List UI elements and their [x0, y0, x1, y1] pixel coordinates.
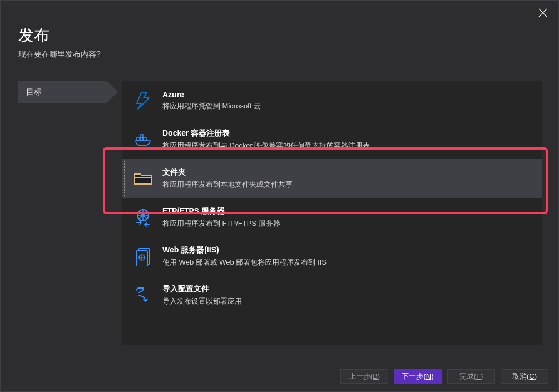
- azure-icon: [131, 91, 155, 110]
- option-folder[interactable]: 文件夹 将应用程序发布到本地文件夹或文件共享: [122, 159, 542, 198]
- option-desc: 将应用程序发布到与 Docker 映像兼容的任何受支持的容器注册表: [162, 141, 533, 151]
- option-desc: 将应用程序发布到本地文件夹或文件共享: [162, 180, 533, 190]
- cancel-button[interactable]: 取消(C): [501, 369, 548, 384]
- dialog-title: 发布: [18, 25, 50, 46]
- option-title: Docker 容器注册表: [162, 128, 533, 138]
- option-docker[interactable]: Docker 容器注册表 将应用程序发布到与 Docker 映像兼容的任何受支持…: [122, 120, 542, 159]
- option-iis[interactable]: Web 服务器(IIS) 使用 Web 部署或 Web 部署包将应用程序发布到 …: [122, 237, 542, 276]
- option-desc: 将应用程序发布到 FTP/FTPS 服务器: [162, 219, 533, 229]
- back-button: 上一步(B): [340, 369, 388, 384]
- option-desc: 使用 Web 部署或 Web 部署包将应用程序发布到 IIS: [162, 257, 533, 267]
- step-target[interactable]: 目标: [18, 81, 107, 103]
- options-panel: Azure 将应用程序托管到 Microsoft 云 Docker 容器注册表 …: [122, 81, 542, 345]
- next-button[interactable]: 下一步(N): [394, 369, 442, 384]
- option-ftp[interactable]: FTP/FTPS 服务器 将应用程序发布到 FTP/FTPS 服务器: [122, 198, 542, 237]
- wizard-steps: 目标: [18, 81, 107, 103]
- dialog-subtitle: 现在要在哪里发布内容?: [18, 49, 101, 59]
- option-desc: 将应用程序托管到 Microsoft 云: [162, 101, 533, 111]
- docker-icon: [131, 131, 155, 148]
- iis-icon: [131, 247, 155, 266]
- option-title: 导入配置文件: [162, 284, 533, 294]
- ftp-icon: [131, 208, 155, 227]
- option-title: 文件夹: [162, 167, 533, 177]
- finish-button: 完成(F): [447, 369, 495, 384]
- option-title: Web 服务器(IIS): [162, 245, 533, 255]
- svg-rect-5: [140, 135, 143, 137]
- close-icon[interactable]: [538, 8, 547, 17]
- publish-dialog: 发布 现在要在哪里发布内容? 目标 Azure 将应用程序托管到 Microso…: [0, 0, 559, 392]
- dialog-footer: 上一步(B) 下一步(N) 完成(F) 取消(C): [1, 361, 558, 391]
- option-azure[interactable]: Azure 将应用程序托管到 Microsoft 云: [122, 81, 542, 120]
- option-import-profile[interactable]: 导入配置文件 导入发布设置以部署应用: [122, 276, 542, 315]
- import-icon: [131, 286, 155, 305]
- option-title: Azure: [162, 90, 533, 99]
- option-title: FTP/FTPS 服务器: [162, 206, 533, 216]
- folder-icon: [131, 171, 155, 186]
- option-desc: 导入发布设置以部署应用: [162, 296, 533, 306]
